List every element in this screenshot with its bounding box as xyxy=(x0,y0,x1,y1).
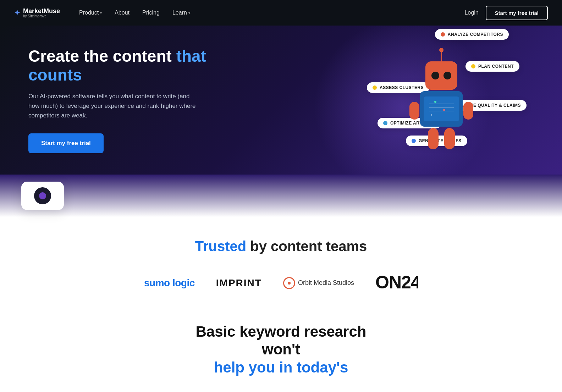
robot-antenna xyxy=(441,51,442,61)
robot-eye-right xyxy=(443,72,451,79)
bottom-title-part2: help you in today's xyxy=(214,359,348,376)
hero-visual: ANALYZE COMPETITORS PLAN CONTENT ASSESS … xyxy=(321,26,562,175)
floating-logo-icon xyxy=(34,187,51,204)
robot-map xyxy=(424,96,459,121)
hero-subtitle: Our AI-powered software tells you what c… xyxy=(28,92,199,121)
robot-legs xyxy=(428,128,455,149)
robot-leg-left xyxy=(428,128,439,149)
tag-dot xyxy=(373,85,377,90)
chevron-down-icon: ▾ xyxy=(188,11,190,15)
svg-text:ON24: ON24 xyxy=(375,272,418,291)
chevron-down-icon: ▾ xyxy=(100,11,102,15)
nav-link-product[interactable]: Product ▾ xyxy=(74,7,107,19)
trusted-title-plain: by content teams xyxy=(246,238,367,254)
orbit-inner-dot xyxy=(288,282,291,285)
tag-dot xyxy=(471,64,475,68)
bottom-title-part1: Basic keyword research won't xyxy=(196,323,367,358)
logo-sub: by Siteimprove xyxy=(23,14,60,18)
nav-link-about[interactable]: About xyxy=(110,7,134,19)
hero-section: Create the content that counts Our AI-po… xyxy=(0,26,562,175)
login-link[interactable]: Login xyxy=(464,10,478,16)
hero-title: Create the content that counts xyxy=(28,47,227,84)
nav-link-pricing[interactable]: Pricing xyxy=(137,7,165,19)
tag-evaluate-label: EVALUATE QUALITY & CLAIMS xyxy=(453,103,521,108)
on24-text: ON24 xyxy=(375,271,418,294)
tag-analyze-label: ANALYZE COMPETITORS xyxy=(448,32,503,37)
floating-logo-dot xyxy=(39,192,46,199)
tag-dot xyxy=(441,32,445,37)
bottom-title: Basic keyword research won't help you in… xyxy=(175,323,387,376)
logos-row: sumo logic IMPRINT Orbit Media Studios O… xyxy=(14,271,548,294)
logo-icon: ✦ xyxy=(14,9,20,17)
tag-dot xyxy=(412,139,416,143)
transition-band xyxy=(0,175,562,217)
bottom-section: Basic keyword research won't help you in… xyxy=(0,309,562,376)
imprint-text: IMPRINT xyxy=(216,277,262,289)
robot-eye-left xyxy=(431,72,439,79)
trusted-title: Trusted by content teams xyxy=(14,238,548,254)
on24-svg: ON24 xyxy=(375,271,418,291)
tag-plan-label: PLAN CONTENT xyxy=(478,64,514,69)
floating-logo-card xyxy=(21,182,64,210)
logo-name: MarketMuse xyxy=(23,7,60,15)
robot-head xyxy=(425,61,457,90)
nav-cta-button[interactable]: Start my free trial xyxy=(486,6,548,20)
hero-cta-button[interactable]: Start my free trial xyxy=(28,133,104,153)
site-logo[interactable]: ✦ MarketMuse by Siteimprove xyxy=(14,7,60,18)
hero-title-plain: Create the content xyxy=(28,47,176,65)
tag-plan-content: PLAN CONTENT xyxy=(465,61,519,72)
trusted-section: Trusted by content teams sumo logic IMPR… xyxy=(0,217,562,309)
trusted-title-highlight: Trusted xyxy=(195,238,246,254)
robot-illustration: ANALYZE COMPETITORS PLAN CONTENT ASSESS … xyxy=(367,26,516,175)
hero-text-block: Create the content that counts Our AI-po… xyxy=(28,47,227,153)
robot-leg-right xyxy=(444,128,455,149)
logo-imprint: IMPRINT xyxy=(216,277,262,289)
robot-torso xyxy=(420,91,463,127)
orbit-icon xyxy=(283,277,295,289)
nav-right: Login Start my free trial xyxy=(464,6,548,20)
tag-analyze-competitors: ANALYZE COMPETITORS xyxy=(435,29,509,40)
navbar: ✦ MarketMuse by Siteimprove Product ▾ Ab… xyxy=(0,0,562,26)
sumo-logic-text: sumo logic xyxy=(144,277,195,289)
logo-sumo-logic: sumo logic xyxy=(144,277,195,289)
logo-on24: ON24 xyxy=(375,271,418,294)
tag-assess-label: ASSESS CLUSTERS xyxy=(380,85,424,90)
tag-dot xyxy=(383,121,387,125)
robot-arm-left xyxy=(409,102,419,120)
nav-links: Product ▾ About Pricing Learn ▾ xyxy=(74,7,464,19)
logo-orbit-media: Orbit Media Studios xyxy=(283,277,354,289)
robot-body xyxy=(420,51,463,149)
nav-link-learn[interactable]: Learn ▾ xyxy=(167,7,195,19)
orbit-text: Orbit Media Studios xyxy=(298,279,354,287)
